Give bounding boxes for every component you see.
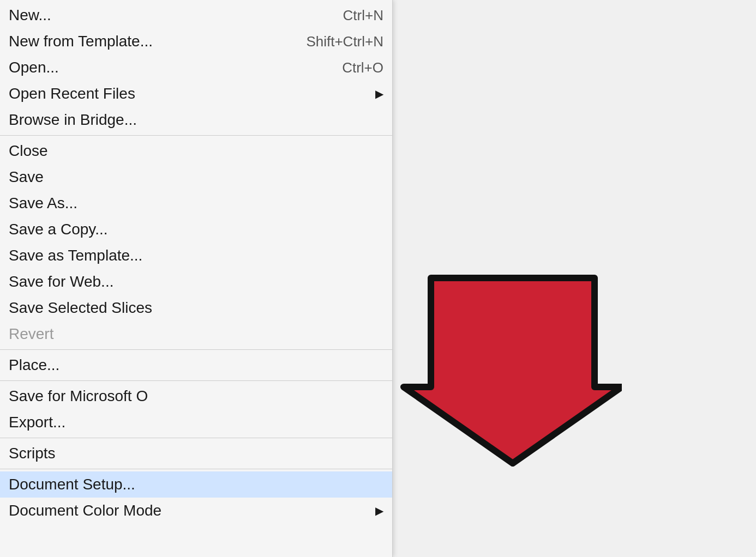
menu-item-label: Close (9, 142, 383, 160)
menu-item[interactable]: Place... (0, 352, 392, 378)
menu-item[interactable]: Save for Web... (0, 269, 392, 295)
menu-item-label: Export... (9, 414, 383, 431)
menu-item[interactable]: New...Ctrl+N (0, 2, 392, 28)
menu-item[interactable]: Document Setup... (0, 471, 392, 498)
menu-item-label: Open... (9, 59, 320, 76)
menu-item-label: Document Color Mode (9, 502, 370, 519)
menu-item-label: New... (9, 7, 321, 24)
menu-item[interactable]: Scripts (0, 440, 392, 467)
menu-item-shortcut: Shift+Ctrl+N (306, 33, 383, 50)
menu-separator (0, 380, 392, 381)
menu-item[interactable]: Save a Copy... (0, 216, 392, 243)
menu-item-label: Save (9, 168, 383, 186)
background-area (393, 0, 756, 557)
menu-item-label: Save as Template... (9, 247, 383, 264)
menu-item[interactable]: Open...Ctrl+O (0, 55, 392, 81)
menu-item-label: Save a Copy... (9, 221, 383, 238)
menu-item-label: Document Setup... (9, 476, 383, 493)
menu-item[interactable]: Browse in Bridge... (0, 107, 392, 133)
menu-item[interactable]: New from Template...Shift+Ctrl+N (0, 28, 392, 55)
menu-list: New...Ctrl+NNew from Template...Shift+Ct… (0, 0, 392, 526)
menu-separator (0, 349, 392, 350)
menu-item[interactable]: Export... (0, 409, 392, 435)
menu-item: Revert (0, 321, 392, 347)
submenu-arrow-icon: ▶ (375, 87, 383, 100)
menu-item-label: Save As... (9, 195, 383, 212)
menu-item-label: New from Template... (9, 33, 284, 50)
menu-item-label: Place... (9, 356, 383, 374)
menu-item-label: Save for Web... (9, 273, 383, 290)
menu-item-shortcut: Ctrl+O (342, 59, 383, 76)
menu-item[interactable]: Open Recent Files▶ (0, 81, 392, 107)
menu-item[interactable]: Save as Template... (0, 243, 392, 269)
menu-item-label: Scripts (9, 445, 383, 462)
file-menu: New...Ctrl+NNew from Template...Shift+Ct… (0, 0, 393, 557)
menu-item-label: Browse in Bridge... (9, 111, 383, 129)
menu-item-label: Open Recent Files (9, 85, 370, 102)
menu-item-label: Save for Microsoft O (9, 388, 383, 405)
menu-item-label: Save Selected Slices (9, 299, 383, 317)
menu-separator (0, 135, 392, 136)
menu-item[interactable]: Save (0, 164, 392, 190)
menu-item[interactable]: Save Selected Slices (0, 295, 392, 321)
menu-item[interactable]: Document Color Mode▶ (0, 498, 392, 524)
menu-item-label: Revert (9, 325, 383, 343)
menu-separator (0, 438, 392, 438)
menu-item-shortcut: Ctrl+N (343, 7, 383, 24)
menu-item[interactable]: Save As... (0, 190, 392, 216)
menu-separator (0, 469, 392, 469)
submenu-arrow-icon: ▶ (375, 504, 383, 517)
menu-item[interactable]: Close (0, 138, 392, 164)
menu-item[interactable]: Save for Microsoft O (0, 383, 392, 409)
